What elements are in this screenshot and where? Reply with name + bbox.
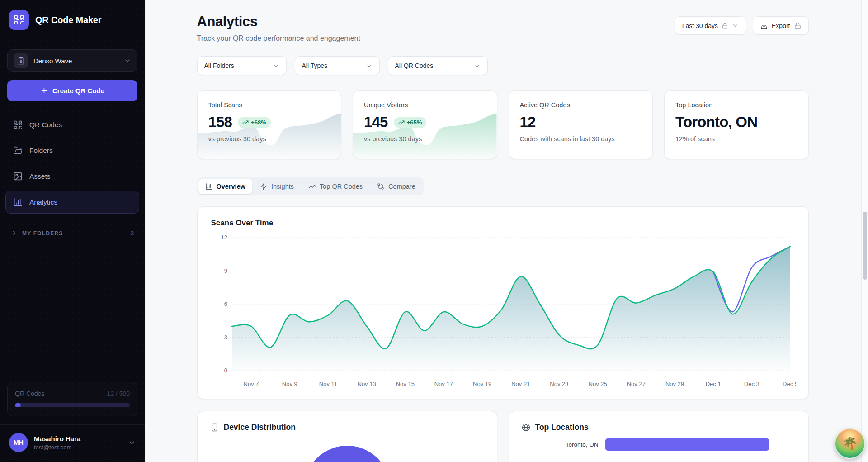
org-name: Denso Wave xyxy=(33,57,118,65)
app-logo-icon xyxy=(9,10,29,30)
svg-text:Dec 1: Dec 1 xyxy=(705,381,721,387)
trending-up-icon xyxy=(242,119,249,125)
svg-text:Nov 9: Nov 9 xyxy=(282,381,297,387)
filter-folders-select[interactable]: All Folders xyxy=(197,56,287,75)
usage-progress-fill xyxy=(15,403,21,407)
sidebar-item-qr-codes[interactable]: QR Codes xyxy=(5,113,139,136)
sidebar-item-label: Folders xyxy=(29,147,53,155)
globe-icon xyxy=(522,423,530,432)
tab-top-qr-codes[interactable]: Top QR Codes xyxy=(302,179,369,194)
tab-label: Compare xyxy=(388,183,415,190)
lock-icon xyxy=(722,23,728,29)
stat-caption: vs previous 30 days xyxy=(364,135,486,143)
tab-overview[interactable]: Overview xyxy=(198,179,253,194)
svg-text:0: 0 xyxy=(224,367,227,374)
zap-icon xyxy=(260,183,267,190)
svg-text:Nov 11: Nov 11 xyxy=(319,381,337,387)
stat-card-top-location: Top Location Toronto, ON 12% of scans xyxy=(664,90,809,159)
stat-label: Top Location xyxy=(675,101,797,109)
panel-title: Device Distribution xyxy=(224,423,296,432)
location-row: Toronto, ON xyxy=(522,438,796,451)
tab-insights[interactable]: Insights xyxy=(253,179,301,194)
svg-text:Nov 21: Nov 21 xyxy=(511,381,530,387)
plus-icon xyxy=(40,87,48,95)
scrollbar-thumb[interactable] xyxy=(863,212,867,280)
date-range-label: Last 30 days xyxy=(682,22,718,29)
svg-text:Dec 3: Dec 3 xyxy=(744,381,759,387)
scans-over-time-chart: 036912Nov 7Nov 9Nov 11Nov 13Nov 15Nov 17… xyxy=(211,231,796,392)
chevron-down-icon xyxy=(474,62,481,69)
svg-text:12: 12 xyxy=(221,234,227,241)
usage-progress-bar xyxy=(15,403,130,407)
org-selector[interactable]: Denso Wave xyxy=(7,49,137,72)
export-label: Export xyxy=(772,22,790,29)
stat-label: Total Scans xyxy=(208,101,330,109)
stat-card-active-qr-codes: Active QR Codes 12 Codes with scans in l… xyxy=(509,90,653,159)
sidebar-item-analytics[interactable]: Analytics xyxy=(5,191,139,214)
user-email: test@test.com xyxy=(34,444,122,451)
stat-value: Toronto, ON xyxy=(675,114,757,131)
user-menu[interactable]: MH Masahiro Hara test@test.com xyxy=(0,424,145,462)
device-distribution-pie xyxy=(304,446,390,462)
sidebar-nav: QR Codes Folders Assets Analytics xyxy=(5,113,139,214)
download-icon xyxy=(760,22,768,29)
tab-label: Insights xyxy=(271,183,294,190)
stat-caption: Codes with scans in last 30 days xyxy=(520,135,642,143)
usage-value: 12 / 500 xyxy=(107,390,130,397)
filter-qr-codes-value: All QR Codes xyxy=(395,62,434,69)
app-name: QR Code Maker xyxy=(35,15,101,25)
create-qr-code-label: Create QR Code xyxy=(52,87,104,95)
chart-title: Scans Over Time xyxy=(211,219,795,228)
stat-caption: 12% of scans xyxy=(675,135,797,143)
svg-text:Nov 17: Nov 17 xyxy=(434,381,453,387)
tab-compare[interactable]: Compare xyxy=(370,179,422,194)
svg-text:Nov 19: Nov 19 xyxy=(473,381,491,387)
stat-trend-badge: +68% xyxy=(238,117,271,128)
stat-card-total-scans: Total Scans 158 +68% vs previous 30 days xyxy=(197,90,342,159)
island-widget-button[interactable]: 🌴 xyxy=(835,428,865,459)
folder-icon xyxy=(13,146,23,155)
page-subtitle: Track your QR code performance and engag… xyxy=(197,34,360,43)
svg-text:Dec 5: Dec 5 xyxy=(783,381,796,387)
stat-label: Active QR Codes xyxy=(520,101,642,109)
panel-title: Top Locations xyxy=(535,423,589,432)
user-name: Masahiro Hara xyxy=(34,435,122,443)
trending-up-icon xyxy=(398,119,405,125)
chevron-down-icon xyxy=(124,57,131,64)
svg-text:9: 9 xyxy=(224,267,227,274)
vertical-scrollbar[interactable] xyxy=(861,0,868,462)
tab-label: Overview xyxy=(217,183,246,190)
trending-up-icon xyxy=(308,183,316,190)
stat-caption: vs previous 30 days xyxy=(208,135,330,143)
filter-types-value: All Types xyxy=(302,62,328,69)
filter-qr-codes-select[interactable]: All QR Codes xyxy=(388,56,488,75)
chevron-down-icon xyxy=(273,62,279,69)
location-label: Toronto, ON xyxy=(522,441,605,448)
sidebar-item-folders[interactable]: Folders xyxy=(5,139,139,162)
create-qr-code-button[interactable]: Create QR Code xyxy=(7,80,137,101)
filter-folders-value: All Folders xyxy=(204,62,234,69)
date-range-button[interactable]: Last 30 days xyxy=(675,16,746,35)
chevron-right-icon xyxy=(11,230,18,237)
page-title: Analytics xyxy=(197,14,360,30)
tab-label: Top QR Codes xyxy=(320,183,363,190)
stat-label: Unique Visitors xyxy=(364,101,486,109)
svg-text:Nov 13: Nov 13 xyxy=(357,381,376,387)
analytics-tabs: Overview Insights Top QR Codes xyxy=(197,177,424,195)
sidebar-item-assets[interactable]: Assets xyxy=(5,165,139,188)
top-locations-card: Top Locations Toronto, ON xyxy=(509,411,809,462)
svg-text:6: 6 xyxy=(224,300,227,307)
chevron-down-icon xyxy=(366,62,373,69)
scans-over-time-card: Scans Over Time 036912Nov 7Nov 9Nov 11No… xyxy=(197,206,809,399)
my-folders-toggle[interactable]: MY FOLDERS 3 xyxy=(5,226,139,240)
lock-icon xyxy=(794,22,801,29)
stat-trend-badge: +65% xyxy=(394,117,427,128)
qr-code-icon xyxy=(13,120,23,129)
stat-value: 145 xyxy=(364,114,388,131)
stat-value: 12 xyxy=(520,114,536,131)
filter-types-select[interactable]: All Types xyxy=(295,56,380,75)
export-button[interactable]: Export xyxy=(753,16,808,35)
chevron-down-icon xyxy=(732,22,739,29)
image-icon xyxy=(13,171,23,181)
git-compare-icon xyxy=(377,183,384,190)
